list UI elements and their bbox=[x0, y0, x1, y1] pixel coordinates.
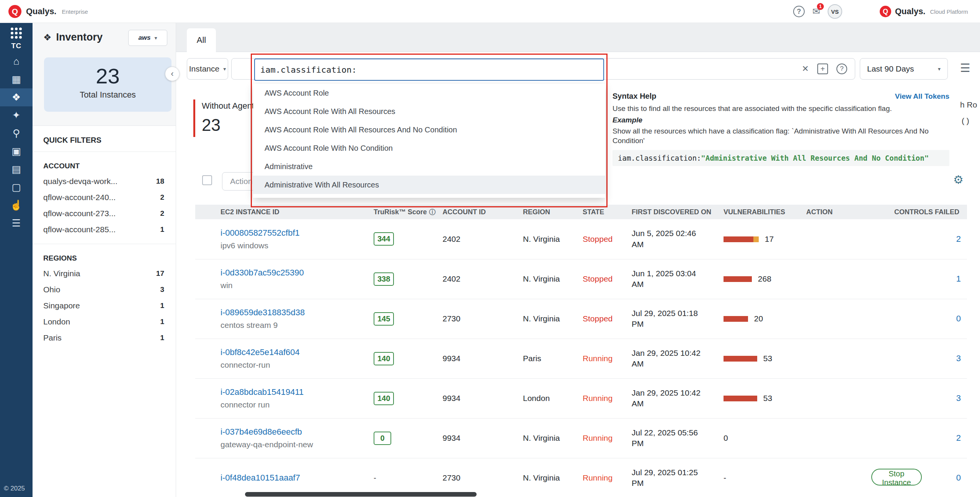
suggestion-item[interactable]: AWS Account Role With No Condition bbox=[253, 139, 605, 157]
region-filter-item[interactable]: Singapore 1 bbox=[33, 298, 176, 314]
right-brand-name: Qualys. bbox=[895, 7, 925, 16]
suggestion-list: AWS Account RoleAWS Account Role With Al… bbox=[253, 84, 605, 198]
controls-failed-link[interactable]: 2 bbox=[956, 234, 961, 244]
view-all-tokens-link[interactable]: View All Tokens bbox=[895, 92, 949, 101]
date-range-label: Last 90 Days bbox=[867, 64, 914, 73]
brand-name: Qualys. bbox=[26, 7, 56, 16]
vulnerability-bar bbox=[724, 316, 748, 322]
apps-grid-icon[interactable] bbox=[11, 28, 22, 39]
select-all-checkbox[interactable] bbox=[202, 175, 212, 185]
suggestion-item[interactable]: AWS Account Role With All Resources bbox=[253, 102, 605, 121]
clipped-card-fragment: h Ro bbox=[960, 100, 977, 109]
account-id: 2402 bbox=[439, 259, 519, 299]
account-filter-item[interactable]: qualys-devqa-work... 18 bbox=[33, 173, 176, 189]
suggestion-item[interactable]: Administrative bbox=[253, 157, 605, 176]
sidebar-item-actions[interactable]: ☝ bbox=[0, 196, 33, 214]
instance-id-link[interactable]: i-0f48dea10151aaaf7 bbox=[220, 473, 300, 483]
chevron-down-icon: ▾ bbox=[155, 35, 157, 41]
account-filter-item[interactable]: qflow-account-273... 2 bbox=[33, 205, 176, 222]
region: London bbox=[519, 378, 579, 418]
suggestion-item[interactable]: AWS Account Role bbox=[253, 84, 605, 102]
account-section-title: ACCOUNT bbox=[33, 152, 176, 173]
first-discovered: Jul 22, 2025 05:56 PM bbox=[632, 427, 702, 449]
instance-id-link[interactable]: i-0d330b7ac59c25390 bbox=[220, 268, 304, 278]
query-help-icon[interactable]: ? bbox=[836, 64, 847, 74]
scrollbar-thumb[interactable] bbox=[245, 492, 477, 497]
table-row: i-0bf8c42e5e14af604 connector-run 140 99… bbox=[195, 339, 967, 378]
save-query-icon[interactable]: + bbox=[817, 64, 828, 74]
sidebar-item-home[interactable]: ⌂ bbox=[0, 52, 33, 70]
search-input[interactable] bbox=[254, 59, 604, 81]
date-range-dropdown[interactable]: Last 90 Days ▾ bbox=[860, 58, 948, 80]
table-body: i-000805827552cfbf1 ipv6 windows 344 240… bbox=[195, 219, 967, 497]
region-filter-item[interactable]: Ohio 3 bbox=[33, 282, 176, 298]
insights-icon: ✦ bbox=[12, 109, 21, 121]
first-discovered: Jun 1, 2025 03:04 AM bbox=[632, 268, 702, 290]
suggestion-item[interactable]: Administrative With All Resources bbox=[253, 176, 605, 194]
account-filter-item[interactable]: qflow-account-285... 1 bbox=[33, 222, 176, 238]
instance-name: win bbox=[220, 281, 370, 290]
quick-filters-title: QUICK FILTERS bbox=[33, 126, 176, 152]
info-icon[interactable]: ⓘ bbox=[429, 209, 436, 216]
sidebar-item-modules[interactable]: ▦ bbox=[0, 70, 33, 88]
cloud-scope-dropdown[interactable]: aws ▾ bbox=[128, 30, 167, 46]
state: Stopped bbox=[583, 314, 612, 323]
sidebar-item-reports[interactable]: ▤ bbox=[0, 160, 33, 178]
total-instances-label: Total Instances bbox=[44, 90, 172, 100]
state: Running bbox=[583, 433, 612, 442]
region-filter-list: N. Virginia 17 Ohio 3 Singapore 1 London… bbox=[33, 266, 176, 346]
suggestion-item[interactable]: AWS Account Role With All Resources And … bbox=[253, 121, 605, 139]
sidebar-item-settings[interactable]: ☰ bbox=[0, 214, 33, 232]
app-sidebar: TC ⌂▦❖✦⚲▣▤▢☝☰ © 2025 bbox=[0, 23, 33, 497]
qualys-logo-icon: Q bbox=[8, 5, 21, 18]
account-id: 9934 bbox=[439, 339, 519, 378]
col-vulnerabilities[interactable]: VULNERABILITIES bbox=[720, 205, 802, 219]
row-checkbox-cell bbox=[195, 378, 217, 418]
region-filter-item[interactable]: London 1 bbox=[33, 314, 176, 330]
sidebar-item-documents[interactable]: ▢ bbox=[0, 178, 33, 196]
col-controls-failed[interactable]: CONTROLS FAILED bbox=[890, 205, 967, 219]
controls-failed-link[interactable]: 0 bbox=[956, 473, 961, 482]
stop-instance-button[interactable]: Stop Instance bbox=[871, 469, 922, 486]
sidebar-item-inventory[interactable]: ❖ bbox=[0, 88, 33, 106]
sidebar-item-asset-search[interactable]: ⚲ bbox=[0, 124, 33, 142]
region-filter-item[interactable]: N. Virginia 17 bbox=[33, 266, 176, 282]
controls-failed-link[interactable]: 2 bbox=[956, 433, 961, 443]
tab-all[interactable]: All bbox=[187, 28, 216, 52]
notifications-icon[interactable]: ✉ 1 bbox=[812, 6, 820, 17]
account-id: 2402 bbox=[439, 219, 519, 259]
menu-icon[interactable]: ☰ bbox=[960, 61, 970, 75]
chevron-down-icon: ▾ bbox=[223, 66, 226, 72]
gear-icon[interactable]: ⚙ bbox=[953, 173, 964, 186]
avatar[interactable]: VS bbox=[828, 4, 842, 19]
instance-id-link[interactable]: i-02a8bdcab15419411 bbox=[220, 387, 304, 397]
row-checkbox-cell bbox=[195, 458, 217, 497]
instance-id-link[interactable]: i-089659de318835d38 bbox=[220, 308, 305, 318]
vulnerability-count: 53 bbox=[763, 354, 772, 363]
instance-type-dropdown[interactable]: Instance ▾ bbox=[187, 58, 228, 80]
col-first-discovered[interactable]: FIRST DISCOVERED ON bbox=[628, 205, 720, 219]
workspace-label: TC bbox=[11, 42, 21, 50]
vulnerability-count: 20 bbox=[754, 314, 763, 323]
controls-failed-link[interactable]: 3 bbox=[956, 393, 961, 403]
brand-left: Q Qualys. Enterprise bbox=[8, 0, 88, 23]
instance-id-link[interactable]: i-0bf8c42e5e14af604 bbox=[220, 347, 300, 357]
sidebar-item-compliance[interactable]: ▣ bbox=[0, 142, 33, 160]
help-icon[interactable]: ? bbox=[793, 6, 805, 17]
row-checkbox-cell bbox=[195, 418, 217, 458]
row-checkbox-cell bbox=[195, 299, 217, 339]
sidebar-item-insights[interactable]: ✦ bbox=[0, 106, 33, 124]
card-accent-bar bbox=[193, 99, 195, 137]
controls-failed-link[interactable]: 1 bbox=[956, 274, 961, 284]
clear-search-icon[interactable]: ✕ bbox=[802, 65, 809, 73]
controls-failed-link[interactable]: 3 bbox=[956, 354, 961, 363]
trurisk-score-badge: 0 bbox=[374, 432, 391, 445]
region-filter-item[interactable]: Paris 1 bbox=[33, 330, 176, 346]
controls-failed-link[interactable]: 0 bbox=[956, 314, 961, 323]
instance-id-link[interactable]: i-000805827552cfbf1 bbox=[220, 228, 300, 238]
instance-id-link[interactable]: i-037b4e69d8e6eecfb bbox=[220, 427, 302, 437]
account-filter-item[interactable]: qflow-account-240... 2 bbox=[33, 189, 176, 205]
region: N. Virginia bbox=[519, 418, 579, 458]
collapse-panel-button[interactable]: ‹ bbox=[165, 67, 180, 81]
syntax-example-desc: Show all the resources which have a clas… bbox=[612, 127, 934, 145]
